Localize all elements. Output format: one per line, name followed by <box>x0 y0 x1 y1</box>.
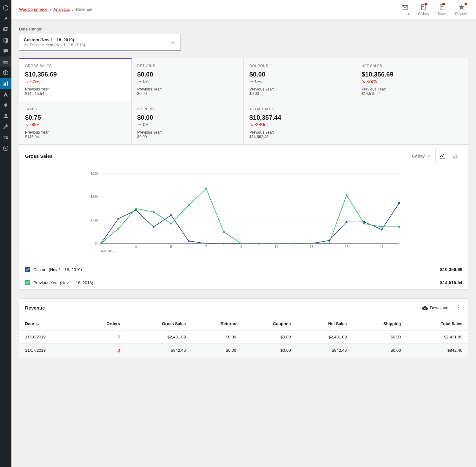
top-actions: Inbox Orders Stock Reviews <box>400 3 468 16</box>
table-header-date[interactable]: Date <box>19 317 79 330</box>
kpi-coupons[interactable]: COUPONS$0.00→ 0%Previous Year:$0.00 <box>244 58 356 101</box>
cell-total: $2,431.89 <box>407 330 468 344</box>
date-range-selector[interactable]: Custom (Nov 1 - 18, 2019) vs. Previous Y… <box>19 34 181 51</box>
sidebar-item-media[interactable] <box>0 24 11 35</box>
kpi-value: $0.00 <box>249 71 350 78</box>
svg-point-61 <box>170 223 172 224</box>
sidebar-item-comments[interactable] <box>0 46 11 57</box>
sidebar-item-pages[interactable] <box>0 35 11 46</box>
chevron-down-icon <box>170 39 176 46</box>
kpi-prev-label: Previous Year: <box>249 130 350 135</box>
table-header-coupons[interactable]: Coupons <box>242 317 296 330</box>
sidebar-item-collapse[interactable] <box>0 143 11 154</box>
legend-label: Previous Year (Nov 1 - 18, 2018) <box>33 280 93 285</box>
breadcrumb-root[interactable]: WooCommerce <box>19 7 48 12</box>
sidebar-item-tools[interactable] <box>0 121 11 132</box>
cell-total: $842.46 <box>407 344 468 357</box>
legend-checkbox[interactable] <box>25 280 30 285</box>
sidebar-item-appearance[interactable] <box>0 89 11 100</box>
svg-point-44 <box>188 240 189 242</box>
kpi-value: $0.00 <box>137 114 238 121</box>
sidebar-item-dashboard[interactable] <box>0 3 11 13</box>
svg-point-71 <box>346 194 347 196</box>
kpi-delta: ↘ -29% <box>25 79 126 84</box>
svg-point-10 <box>5 114 7 116</box>
legend-checkbox[interactable] <box>25 267 30 272</box>
cell-net: $842.46 <box>296 344 352 357</box>
chart-type-line-button[interactable] <box>436 149 449 163</box>
kpi-total-sales[interactable]: TOTAL SALES$10,357.44↘ -29%Previous Year… <box>244 101 356 144</box>
svg-point-58 <box>117 228 119 230</box>
table-header-orders[interactable]: Orders <box>79 317 126 330</box>
svg-point-72 <box>363 223 365 224</box>
svg-point-0 <box>3 6 8 10</box>
kpi-delta: → 0% <box>137 122 238 127</box>
sidebar-item-analytics[interactable] <box>0 78 11 89</box>
kpi-taxes[interactable]: TAXES$0.75↘ -99%Previous Year:$146.94 <box>19 101 132 144</box>
date-range-title: Custom (Nov 1 - 18, 2019) <box>24 37 85 42</box>
sidebar-item-woocommerce[interactable]: WOO <box>0 57 11 67</box>
svg-point-42 <box>153 226 155 228</box>
gross-sales-chart: $0$1.4k$2.8k$4.2k1357911131517Nov 2019 <box>25 170 462 256</box>
chevron-down-icon <box>426 154 431 158</box>
kpi-label: NET SALES <box>362 64 463 68</box>
kpi-returns[interactable]: RETURNS$0.00→ 0%Previous Year:$0.00 <box>132 58 244 101</box>
table-header-total-sales[interactable]: Total Sales <box>407 317 468 330</box>
svg-point-60 <box>153 211 155 213</box>
table-header-shipping[interactable]: Shipping <box>353 317 407 330</box>
table-header-net-sales[interactable]: Net Sales <box>296 317 352 330</box>
svg-point-78 <box>458 309 459 310</box>
table-header-returns[interactable]: Returns <box>191 317 242 330</box>
notification-dot-icon <box>465 3 467 5</box>
svg-point-53 <box>346 221 347 223</box>
kpi-delta: → 0% <box>249 79 350 84</box>
top-action-orders[interactable]: Orders <box>418 3 429 16</box>
top-action-reviews[interactable]: Reviews <box>455 3 468 16</box>
legend-row[interactable]: Custom (Nov 1 - 18, 2019)$10,356.69 <box>19 263 468 276</box>
sidebar-item-settings[interactable] <box>0 132 11 143</box>
svg-rect-18 <box>453 156 455 158</box>
sidebar-item-users[interactable] <box>0 110 11 121</box>
kpi-empty <box>356 101 468 144</box>
date-range-subtitle: vs. Previous Year (Nov 1 - 18, 2018) <box>24 43 85 47</box>
kpi-prev-value: $14,662.48 <box>249 135 350 139</box>
svg-rect-12 <box>7 138 8 139</box>
legend-row[interactable]: Previous Year (Nov 1 - 18, 2018)$14,515.… <box>19 276 468 289</box>
chart-interval-selector[interactable]: By day <box>412 154 431 158</box>
svg-rect-8 <box>5 83 6 86</box>
kpi-label: GROSS SALES <box>25 64 126 68</box>
top-action-stock[interactable]: Stock <box>438 3 446 16</box>
table-more-button[interactable] <box>454 303 462 312</box>
kpi-label: TOTAL SALES <box>249 107 350 111</box>
sidebar-item-plugins[interactable] <box>0 100 11 110</box>
top-action-inbox[interactable]: Inbox <box>400 3 409 16</box>
svg-rect-7 <box>3 83 4 86</box>
svg-point-64 <box>223 231 225 233</box>
kpi-prev-value: $14,515.54 <box>362 91 463 96</box>
topbar: WooCommerce / Analytics / Revenue Inbox … <box>11 0 476 19</box>
kpi-net-sales[interactable]: NET SALES$10,356.69↘ -29%Previous Year:$… <box>356 58 468 101</box>
admin-sidebar: WOO <box>0 0 11 467</box>
kpi-shipping[interactable]: SHIPPING$0.00→ 0%Previous Year:$0.00 <box>132 101 244 144</box>
check-icon <box>26 268 30 271</box>
kpi-prev-label: Previous Year: <box>25 87 126 91</box>
cell-returns: $0.00 <box>191 330 242 344</box>
svg-text:$2.8k: $2.8k <box>91 195 99 198</box>
cell-date: 11/17/2019 <box>19 344 79 357</box>
svg-text:1: 1 <box>100 245 102 249</box>
breadcrumb-section[interactable]: Analytics <box>53 7 70 12</box>
download-button[interactable]: Download <box>422 305 448 311</box>
trend-down-icon: ↘ <box>249 122 253 127</box>
orders-link[interactable]: 3 <box>118 348 120 353</box>
svg-point-62 <box>188 204 189 206</box>
svg-text:15: 15 <box>345 245 349 249</box>
sidebar-item-products[interactable] <box>0 67 11 78</box>
kpi-gross-sales[interactable]: GROSS SALES$10,356.69↘ -29%Previous Year… <box>19 58 132 101</box>
kpi-prev-value: $14,515.54 <box>25 91 126 96</box>
table-header-gross-sales[interactable]: Gross Sales <box>126 317 191 330</box>
cell-gross: $842.46 <box>126 344 191 357</box>
sidebar-item-pin[interactable] <box>0 13 11 24</box>
orders-link[interactable]: 5 <box>118 335 120 339</box>
chart-type-bar-button[interactable] <box>449 149 462 163</box>
svg-text:9: 9 <box>241 245 242 249</box>
